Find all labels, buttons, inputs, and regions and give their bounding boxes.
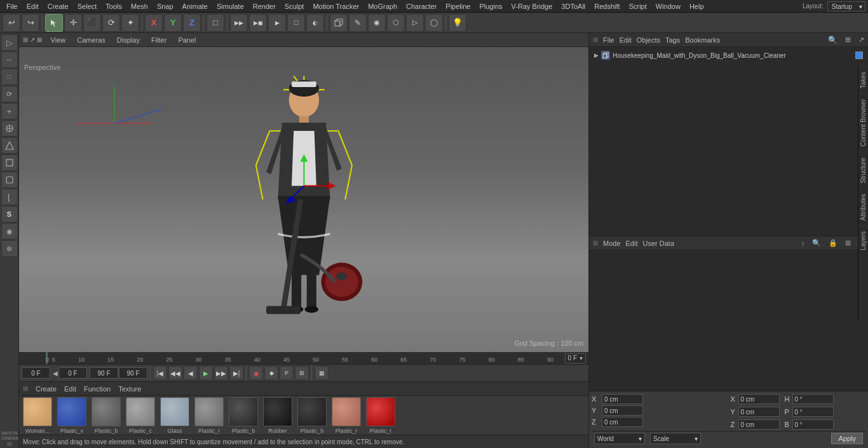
autokey-button[interactable]: P bbox=[280, 366, 294, 380]
menu-item-plugins[interactable]: Plugins bbox=[475, 0, 506, 13]
effector-button[interactable]: ▷ bbox=[406, 14, 424, 32]
sidebar-btn-2[interactable]: □ bbox=[1, 69, 18, 85]
render-picture-button[interactable]: ▶ bbox=[268, 14, 286, 32]
attr-search-icon[interactable]: 🔍 bbox=[812, 239, 821, 247]
menu-item-help[interactable]: Help bbox=[686, 0, 708, 13]
menu-item-character[interactable]: Character bbox=[402, 0, 440, 13]
start-frame-value[interactable]: 0 F bbox=[58, 367, 87, 379]
menu-item-create[interactable]: Create bbox=[44, 0, 72, 13]
coord-x-field[interactable]: 0 cm bbox=[602, 394, 643, 404]
menu-item-animate[interactable]: Animate bbox=[179, 0, 212, 13]
obj-layout-icon[interactable]: ⊞ bbox=[845, 36, 851, 44]
picture-viewer-button[interactable]: ◐ bbox=[306, 14, 324, 32]
mat-menu-texture[interactable]: Texture bbox=[118, 385, 141, 393]
viewport-canvas[interactable]: X Y Z bbox=[19, 47, 588, 352]
axis-z-button[interactable]: Z bbox=[183, 14, 201, 32]
axis-y-button[interactable]: Y bbox=[164, 14, 182, 32]
attr-up-icon[interactable]: ↑ bbox=[801, 240, 805, 247]
coord-x2-field[interactable]: 0 cm bbox=[738, 394, 780, 404]
obj-menu-tags[interactable]: Tags bbox=[665, 36, 680, 44]
light-button[interactable]: 💡 bbox=[449, 14, 466, 32]
goto-start-button[interactable]: |◀ bbox=[153, 366, 167, 380]
play-button[interactable]: ▶ bbox=[199, 366, 213, 380]
apply-button[interactable]: Apply bbox=[831, 433, 863, 444]
material-item-plastic-v[interactable]: Plastic_v bbox=[56, 397, 88, 434]
timeline-ruler[interactable]: 0 5 10 15 20 25 30 35 40 45 50 55 60 65 … bbox=[19, 352, 588, 365]
layout-dropdown[interactable]: Startup ▾ bbox=[827, 1, 865, 11]
tree-item-vacuum-cleaner[interactable]: ▶ Housekeeping_Maid_with_Dyson_Big_Ball_… bbox=[592, 50, 865, 61]
end-preview-value[interactable]: 90 F bbox=[90, 367, 118, 379]
transform-tool-button[interactable]: ✦ bbox=[121, 14, 139, 32]
vtab-takes[interactable]: Takes bbox=[858, 66, 868, 93]
deformer-button[interactable]: ⬡ bbox=[387, 14, 405, 32]
nurbs-button[interactable]: ◉ bbox=[368, 14, 386, 32]
viewport-menu-display[interactable]: Display bbox=[114, 36, 142, 44]
menu-item-motion-tracker[interactable]: Motion Tracker bbox=[309, 0, 363, 13]
axis-x-button[interactable]: X bbox=[145, 14, 163, 32]
coord-y-field[interactable]: 0 cm bbox=[602, 405, 643, 416]
sidebar-btn-4[interactable]: + bbox=[1, 103, 18, 119]
vtab-layers[interactable]: Layers bbox=[858, 226, 868, 255]
timeline-button[interactable]: ▦ bbox=[315, 366, 329, 380]
rotate-tool-button[interactable]: ⟳ bbox=[102, 14, 120, 32]
sidebar-btn-8[interactable] bbox=[1, 172, 18, 188]
coord-h-field[interactable]: 0 ° bbox=[792, 394, 834, 404]
scale-dropdown[interactable]: Scale ▾ bbox=[650, 433, 701, 444]
obj-search-icon[interactable]: 🔍 bbox=[828, 36, 837, 44]
start-frame-field[interactable]: 0 F bbox=[22, 367, 50, 379]
end-frame-value[interactable]: 90 F bbox=[119, 367, 147, 379]
world-dropdown[interactable]: World ▾ bbox=[594, 433, 645, 444]
material-item-plastic-r1[interactable]: Plastic_r bbox=[193, 397, 225, 434]
select-tool-button[interactable] bbox=[45, 14, 63, 32]
attr-lock-icon[interactable]: 🔒 bbox=[829, 239, 837, 247]
menu-item-redshift[interactable]: Redshift bbox=[590, 0, 623, 13]
menu-item-snap[interactable]: Snap bbox=[153, 0, 177, 13]
sidebar-btn-12[interactable]: ⊗ bbox=[1, 240, 18, 257]
move-tool-button[interactable]: ✛ bbox=[64, 14, 82, 32]
obj-menu-edit[interactable]: Edit bbox=[620, 36, 632, 44]
object-tree-area[interactable]: ▶ Housekeeping_Maid_with_Dyson_Big_Ball_… bbox=[589, 47, 868, 236]
spline-button[interactable]: ✎ bbox=[349, 14, 367, 32]
sidebar-btn-7[interactable] bbox=[1, 154, 18, 171]
frame-stepper[interactable]: ▾ bbox=[580, 353, 583, 363]
menu-item-vray[interactable]: V-Ray Bridge bbox=[508, 0, 557, 13]
menu-item-file[interactable]: File bbox=[3, 0, 22, 13]
coord-p-field[interactable]: 0 ° bbox=[792, 407, 834, 417]
material-item-plastic-red[interactable]: Plastic_r bbox=[365, 397, 397, 434]
menu-item-select[interactable]: Select bbox=[74, 0, 101, 13]
menu-item-tools[interactable]: Tools bbox=[102, 0, 126, 13]
sidebar-btn-0[interactable]: ▷ bbox=[1, 34, 18, 51]
keyframe-button[interactable]: ◆ bbox=[264, 366, 278, 380]
material-item-plastic-bk[interactable]: Plastic_b bbox=[227, 397, 259, 434]
redo-button[interactable]: ↪ bbox=[22, 14, 39, 32]
goto-end-button[interactable]: ▶| bbox=[229, 366, 243, 380]
render-view-button[interactable]: ▶◼ bbox=[249, 14, 267, 32]
vtab-content-browser[interactable]: Content Browser bbox=[858, 93, 868, 151]
render-settings-button[interactable]: ☐ bbox=[287, 14, 305, 32]
material-item-woman[interactable]: Woman... bbox=[22, 397, 53, 434]
vtab-structure[interactable]: Structure bbox=[858, 152, 868, 189]
viewport-container[interactable]: ⊞ ↗ ⊠ View Cameras Display Filter Panel bbox=[19, 33, 588, 352]
attr-menu-mode[interactable]: Mode bbox=[603, 240, 621, 247]
mat-menu-function[interactable]: Function bbox=[84, 385, 111, 393]
coord-z2-field[interactable]: 0 cm bbox=[738, 419, 780, 430]
sidebar-btn-3[interactable]: ⟳ bbox=[1, 86, 18, 102]
menu-item-sculpt[interactable]: Sculpt bbox=[281, 0, 308, 13]
attr-menu-userdata[interactable]: User Data bbox=[643, 240, 675, 247]
obj-menu-bookmarks[interactable]: Bookmarks bbox=[685, 36, 720, 44]
obj-expand-icon[interactable]: ↗ bbox=[858, 36, 864, 44]
attr-menu-edit[interactable]: Edit bbox=[626, 240, 638, 247]
undo-button[interactable]: ↩ bbox=[3, 14, 20, 32]
menu-item-script[interactable]: Script bbox=[625, 0, 651, 13]
material-item-plastic-reddish[interactable]: Plastic_r bbox=[330, 397, 362, 434]
sidebar-btn-5[interactable] bbox=[1, 120, 18, 137]
cube-button[interactable] bbox=[330, 14, 348, 32]
material-item-plastic-b[interactable]: Plastic_b bbox=[90, 397, 122, 434]
menu-item-simulate[interactable]: Simulate bbox=[213, 0, 248, 13]
menu-item-window[interactable]: Window bbox=[652, 0, 684, 13]
sidebar-btn-11[interactable]: ◉ bbox=[1, 223, 18, 240]
sidebar-btn-9[interactable]: ⌊ bbox=[1, 189, 18, 205]
record-button[interactable]: ◉ bbox=[249, 366, 263, 380]
attr-layout-icon[interactable]: ⊞ bbox=[845, 239, 851, 247]
coord-y2-field[interactable]: 0 cm bbox=[738, 407, 780, 417]
